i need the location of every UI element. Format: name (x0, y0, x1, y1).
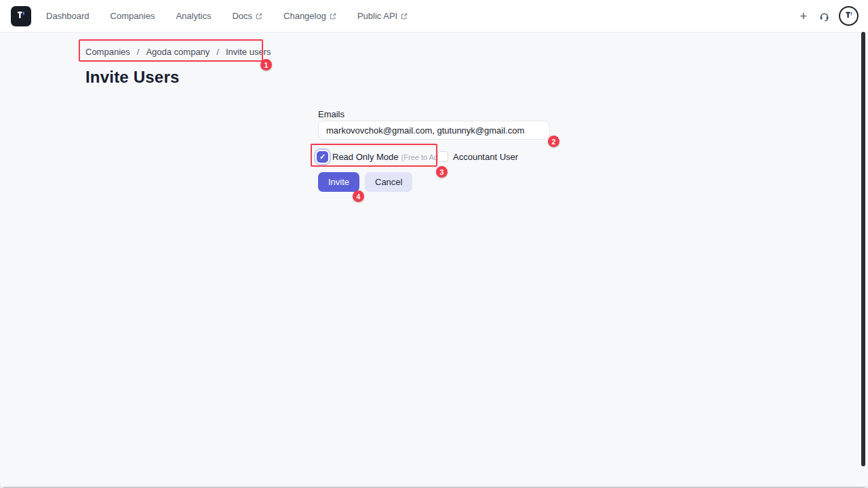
external-link-icon (256, 13, 262, 20)
accountant-user-label: Accountant User (453, 152, 518, 162)
top-nav: Dashboard Companies Analytics Docs Chang… (0, 0, 868, 33)
app-window: Dashboard Companies Analytics Docs Chang… (0, 0, 868, 488)
external-link-icon (330, 13, 336, 20)
nav-right-actions: + (797, 6, 859, 26)
annotation-badge-1: 1 (260, 59, 272, 70)
emails-input[interactable] (318, 121, 550, 140)
nav-item-changelog[interactable]: Changelog (283, 11, 336, 21)
breadcrumb: Companies / Agoda company / Invite users (85, 47, 271, 57)
support-headset-icon[interactable] (818, 10, 830, 22)
breadcrumb-separator: / (137, 47, 140, 57)
brand-logo[interactable] (11, 6, 31, 26)
cancel-button[interactable]: Cancel (365, 172, 412, 192)
breadcrumb-agoda-company[interactable]: Agoda company (146, 47, 210, 57)
nav-menu: Dashboard Companies Analytics Docs Chang… (46, 11, 408, 21)
accountant-user-checkbox[interactable] (437, 151, 448, 162)
read-only-mode-label: Read Only Mode(Free to Add) (332, 152, 445, 162)
avatar-t-icon (844, 9, 854, 23)
emails-label: Emails (318, 109, 344, 119)
breadcrumb-companies[interactable]: Companies (85, 47, 130, 57)
nav-item-dashboard[interactable]: Dashboard (46, 11, 90, 21)
nav-item-analytics[interactable]: Analytics (176, 11, 211, 21)
nav-item-docs[interactable]: Docs (232, 11, 262, 21)
nav-item-public-api[interactable]: Public API (357, 11, 408, 21)
account-avatar[interactable] (839, 6, 859, 26)
annotation-badge-2: 2 (548, 136, 559, 147)
brand-t-icon (15, 9, 27, 24)
scrollbar[interactable] (861, 32, 865, 466)
external-link-icon (401, 13, 408, 20)
breadcrumb-separator: / (216, 47, 219, 57)
annotation-badge-3: 3 (436, 166, 448, 178)
add-button[interactable]: + (797, 9, 810, 24)
checkmark-icon: ✓ (319, 152, 326, 161)
nav-item-companies[interactable]: Companies (111, 11, 155, 21)
breadcrumb-invite-users[interactable]: Invite users (226, 47, 271, 57)
page-title: Invite Users (85, 68, 179, 87)
read-only-mode-checkbox[interactable]: ✓ (317, 151, 328, 163)
annotation-badge-4: 4 (353, 190, 364, 202)
invite-button[interactable]: Invite (318, 172, 359, 192)
